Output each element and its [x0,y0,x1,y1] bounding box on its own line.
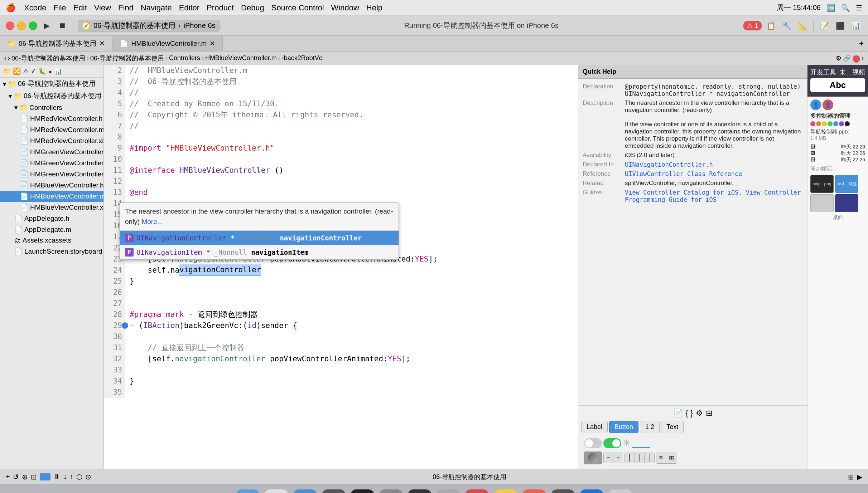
statusbar-zoom-button[interactable]: ⊕ [22,473,28,481]
sidebar-warning-icon[interactable]: ⚠ [23,67,29,75]
obj-lib-stepper-minus[interactable]: − [604,453,613,463]
menu-source-control[interactable]: Source Control [271,3,324,13]
run-button[interactable]: ▶ [40,19,53,32]
code-editor[interactable]: 2 3 4 5 6 7 8 9 10 11 12 13 14 15 16 17 … [104,65,578,469]
obj-lib-file-icon[interactable]: 📄 [673,409,683,418]
dock-item-launchpad[interactable]: 🚀 [265,489,288,493]
obj-lib-slider-icon[interactable] [632,438,650,448]
sidebar-item-hmblue-m[interactable]: 📄 HMBlueViewController.m [0,191,103,202]
dock-item-xmind[interactable]: ✂️ [466,489,488,493]
sidebar-item-hmblue-xib[interactable]: 📄 HMBlueViewController.xib [0,202,103,213]
dock-item-app[interactable]: 🔴 [523,489,546,493]
sidebar-item-hmgreen-h[interactable]: 📄 HMGreenViewController.h [0,146,103,157]
obj-lib-segmented-3[interactable]: │ │ │ [625,453,655,463]
statusbar-add-button[interactable]: + [6,473,10,481]
obj-lib-grid-icon[interactable]: ⊞ [706,409,712,418]
sidebar-test-icon[interactable]: ✓ [31,67,36,75]
obj-lib-activity-icon[interactable] [584,451,602,464]
breadcrumb-project[interactable]: 06-导航控制器的基本使用 [11,54,85,63]
statusbar-console-button[interactable]: ▶ [857,473,862,481]
maximize-button[interactable] [29,21,37,30]
breadcrumb-controllers[interactable]: Controllers [169,54,200,62]
obj-lib-stepper[interactable]: − + [603,453,623,463]
dock-item-xcode[interactable]: 🔨 [580,489,603,493]
seg-btn-5[interactable]: ⊞ [666,453,677,463]
menu-editor[interactable]: Editor [179,3,199,13]
statusbar-layout-button[interactable]: ⊡ [31,473,37,481]
dock-item-terminal[interactable]: 💻 [408,489,431,493]
editor-options-button[interactable]: ⚙ [836,54,842,62]
sidebar-item-appdelegate-m[interactable]: 📄 AppDelegate.m [0,224,103,235]
tab-close-icon[interactable]: ✕ [99,39,105,48]
nav-back-button[interactable]: ‹ [4,54,6,62]
close-button[interactable] [6,21,14,30]
search-menubar-icon[interactable]: 🔍 [841,4,850,12]
sidebar-source-icon[interactable]: 🔀 [13,67,21,75]
breadcrumb-file[interactable]: HMBlueViewController.m [205,54,277,62]
autocomplete-popup[interactable]: The nearest ancestor in the view control… [120,202,399,260]
editor-standard-button[interactable]: 📝 [818,19,831,32]
menu-xcode[interactable]: Xcode [24,3,46,13]
seg-btn-3[interactable]: │ [645,453,654,463]
obj-lib-tab-label[interactable]: Label [581,421,608,433]
add-note-button[interactable]: 添加标记... [810,165,865,172]
tab-file-close-icon[interactable]: ✕ [209,39,215,48]
seg-btn-4[interactable]: ≡ [656,453,666,463]
statusbar-pause-button[interactable]: ⏸ [53,473,61,481]
sidebar-item-launchscreen[interactable]: 📄 LaunchScreen.storyboard [0,246,103,257]
editor-version-button[interactable]: 📊 [849,19,862,32]
qh-guides-value[interactable]: View Controller Catalog for iOS, View Co… [625,189,803,203]
navigator-toggle-button[interactable]: 📋 [765,19,777,32]
breadcrumb-group[interactable]: 06-导航控制器的基本使用 [90,54,164,63]
statusbar-panel-toggle-button[interactable]: ⊞ [848,473,854,481]
statusbar-back-button[interactable]: ↺ [13,473,19,481]
sidebar-debug-icon[interactable]: 🐛 [38,67,46,75]
dock-item-trash[interactable]: 🗑 [609,489,632,493]
sidebar-item-hmgreen-m[interactable]: 📄 HMGreenViewController.m [0,157,103,169]
sidebar-item-root[interactable]: ▾ 📁 06-导航控制器的基本使用 [0,78,103,90]
menu-debug[interactable]: Debug [241,3,264,13]
seg-btn-1[interactable]: │ [625,453,635,463]
sidebar-item-hmgreen-xib[interactable]: 📄 HMGreenViewController.xib [0,169,103,180]
seg-btn-2[interactable]: │ [635,453,645,463]
autocomplete-more-link[interactable]: More... [141,218,163,225]
obj-lib-tab-text[interactable]: Text [661,421,684,433]
statusbar-step-button[interactable]: ↓ [63,473,67,481]
sidebar-item-controllers[interactable]: ▾ 📁 Controllers [0,102,103,113]
obj-lib-tab-12[interactable]: 1 2 [640,421,660,433]
breadcrumb-method[interactable]: -back2RootVc: [282,54,324,62]
obj-lib-stepper-plus[interactable]: + [613,453,623,463]
utilities-toggle-button[interactable]: 📐 [796,19,809,32]
sidebar-item-hmred-h[interactable]: 📄 HMRedViewController.h [0,113,103,124]
obj-lib-settings-icon[interactable]: ⚙ [696,409,703,418]
stop-button[interactable]: ⏹ [56,19,69,32]
qh-declared-in-value[interactable]: UINavigationController.h [625,161,803,168]
apple-logo-icon[interactable]: 🍎 [6,3,15,13]
autocomplete-item-0[interactable]: P UINavigationController * _Nullable nav… [120,231,399,245]
sidebar-reports-icon[interactable]: 📊 [54,67,62,75]
menu-file[interactable]: File [53,3,66,13]
sidebar-item-hmblue-h[interactable]: 📄 HMBlueViewController.h [0,180,103,191]
statusbar-location-button[interactable]: ⊙ [85,473,91,481]
dock-item-notes[interactable]: 📝 [494,489,517,493]
statusbar-share-button[interactable]: ⬡ [76,473,82,481]
dock-item-media[interactable]: 🎬 [351,489,374,493]
scheme-selector[interactable]: 🧭 06-导航控制器的基本使用 › iPhone 6s [78,20,220,31]
dock-item-safari[interactable]: 🌐 [294,489,317,493]
sidebar-item-hmred-m[interactable]: 📄 HMRedViewController.m [0,124,103,135]
minimize-button[interactable] [17,21,26,30]
dock-item-system[interactable]: ⚙️ [437,489,460,493]
menu-window[interactable]: Window [331,3,359,13]
nav-forward-button[interactable]: › [8,54,10,62]
sidebar-item-assets[interactable]: 🗂 Assets.xcassets [0,235,103,246]
menu-view[interactable]: View [94,3,111,13]
obj-lib-toggle-on[interactable] [603,438,621,448]
menu-product[interactable]: Product [207,3,234,13]
sidebar-item-hmred-xib[interactable]: 📄 HMRedViewController.xib [0,135,103,146]
sidebar-item-group[interactable]: ▾ 📁 06-导航控制器的基本使用 [0,90,103,102]
menu-find[interactable]: Find [118,3,134,13]
dock-item-mouse[interactable]: 🖱 [322,489,345,493]
statusbar-step-out-button[interactable]: ↑ [70,473,73,481]
autocomplete-item-1[interactable]: P UINavigationItem * _Nonnull navigation… [120,245,399,259]
menu-edit[interactable]: Edit [73,3,87,13]
